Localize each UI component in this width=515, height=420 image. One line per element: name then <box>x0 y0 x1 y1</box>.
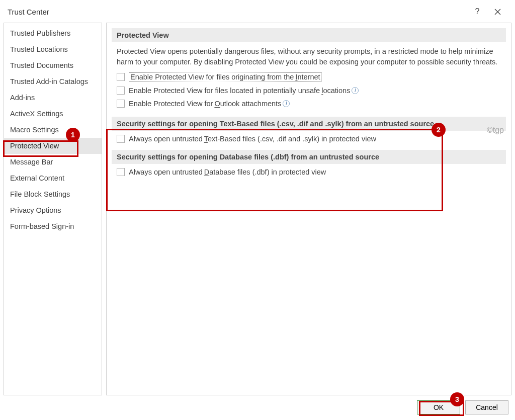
info-icon[interactable]: i <box>352 87 359 94</box>
checkbox-icon[interactable] <box>117 135 125 143</box>
sidebar-item-trusted-locations[interactable]: Trusted Locations <box>4 41 102 57</box>
sidebar-item-message-bar[interactable]: Message Bar <box>4 154 102 170</box>
watermark: ©tgp <box>487 126 504 135</box>
main-panel: Protected View Protected View opens pote… <box>106 23 511 395</box>
sidebar-item-form-based-signin[interactable]: Form-based Sign-in <box>4 218 102 234</box>
sidebar-item-trusted-documents[interactable]: Trusted Documents <box>4 57 102 73</box>
option-outlook-attachments[interactable]: Enable Protected View for Outlook attach… <box>117 100 504 108</box>
sidebar: Trusted Publishers Trusted Locations Tru… <box>4 23 102 395</box>
checkbox-icon[interactable] <box>117 168 125 176</box>
sidebar-item-file-block-settings[interactable]: File Block Settings <box>4 186 102 202</box>
cancel-button[interactable]: Cancel <box>465 400 508 414</box>
section-header-protected-view: Protected View <box>112 28 506 42</box>
close-button[interactable] <box>487 3 507 21</box>
window-title: Trust Center <box>8 8 467 16</box>
info-icon[interactable]: i <box>283 100 290 107</box>
sidebar-item-addins[interactable]: Add-ins <box>4 90 102 106</box>
sidebar-item-external-content[interactable]: External Content <box>4 170 102 186</box>
sidebar-item-macro-settings[interactable]: Macro Settings <box>4 122 102 138</box>
checkbox-icon[interactable] <box>117 73 125 81</box>
titlebar: Trust Center ? <box>1 1 514 23</box>
option-unsafe-locations-label: Enable Protected View for files located … <box>129 87 359 95</box>
option-database[interactable]: Always open untrusted Database files (.d… <box>117 168 504 176</box>
ok-button[interactable]: OK <box>417 400 460 414</box>
dialog-footer: OK Cancel <box>1 398 514 419</box>
option-internet-label: Enable Protected View for files originat… <box>129 72 322 81</box>
sidebar-item-trusted-publishers[interactable]: Trusted Publishers <box>4 25 102 41</box>
protected-view-description: Protected View opens potentially dangero… <box>117 46 504 67</box>
section-header-text-based: Security settings for opening Text-Based… <box>112 117 506 131</box>
checkbox-icon[interactable] <box>117 87 125 95</box>
sidebar-item-privacy-options[interactable]: Privacy Options <box>4 202 102 218</box>
checkbox-icon[interactable] <box>117 100 125 108</box>
section-header-database: Security settings for opening Database f… <box>112 150 506 164</box>
option-database-label: Always open untrusted Database files (.d… <box>129 168 326 176</box>
trust-center-window: Trust Center ? Trusted Publishers Truste… <box>0 0 515 420</box>
option-text-based-label: Always open untrusted Text-Based files (… <box>129 135 376 143</box>
close-icon <box>494 9 501 15</box>
option-unsafe-locations[interactable]: Enable Protected View for files located … <box>117 87 504 95</box>
sidebar-item-protected-view[interactable]: Protected View <box>4 138 102 154</box>
option-outlook-attachments-label: Enable Protected View for Outlook attach… <box>129 100 290 108</box>
content: Trusted Publishers Trusted Locations Tru… <box>1 23 514 398</box>
option-internet[interactable]: Enable Protected View for files originat… <box>117 72 504 81</box>
sidebar-item-trusted-addin-catalogs[interactable]: Trusted Add-in Catalogs <box>4 73 102 90</box>
sidebar-item-activex-settings[interactable]: ActiveX Settings <box>4 106 102 122</box>
help-button[interactable]: ? <box>467 3 487 21</box>
option-text-based[interactable]: Always open untrusted Text-Based files (… <box>117 135 504 143</box>
